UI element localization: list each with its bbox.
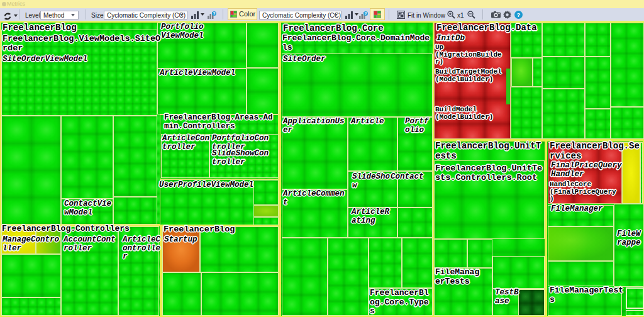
- svg-text:?: ?: [517, 11, 521, 18]
- svg-text:?: ?: [365, 11, 367, 16]
- svg-text:?: ?: [213, 11, 216, 16]
